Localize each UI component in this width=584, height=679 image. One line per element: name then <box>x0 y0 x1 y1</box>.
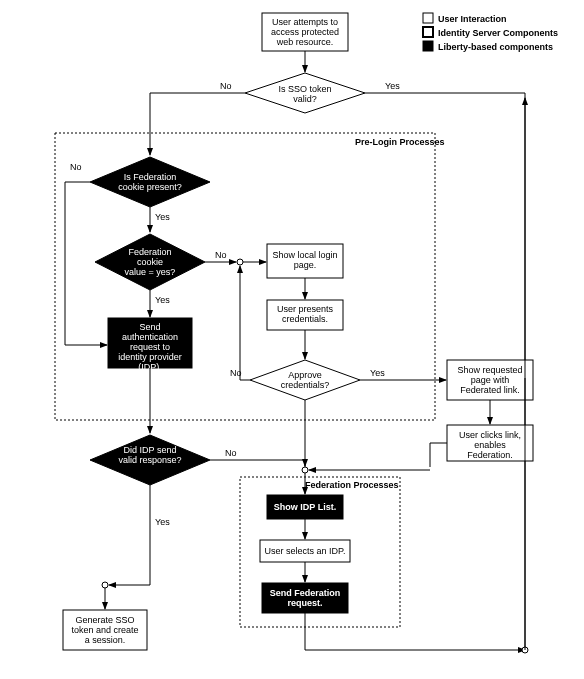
svg-text:Show IDP List.: Show IDP List. <box>274 502 336 512</box>
node-approve: Approve credentials? <box>250 360 360 400</box>
svg-text:User clicks link,: User clicks link, <box>459 430 521 440</box>
svg-text:No: No <box>225 448 237 458</box>
svg-text:Show requested: Show requested <box>457 365 522 375</box>
legend-identity: Identity Server Components <box>438 28 558 38</box>
node-user-clicks: User clicks link, enables Federation. <box>447 425 533 461</box>
flowchart: User Interaction Identity Server Compone… <box>10 10 574 669</box>
node-sso-valid: Is SSO token valid? <box>245 73 365 113</box>
svg-text:credentials.: credentials. <box>282 314 328 324</box>
svg-text:valid?: valid? <box>293 94 317 104</box>
svg-text:User presents: User presents <box>277 304 334 314</box>
node-user-selects: User selects an IDP. <box>260 540 350 562</box>
svg-text:token and create: token and create <box>71 625 138 635</box>
node-fed-cookie-present: Is Federation cookie present? <box>90 157 210 207</box>
svg-text:web resource.: web resource. <box>276 37 334 47</box>
svg-text:cookie present?: cookie present? <box>118 182 182 192</box>
legend-user: User Interaction <box>438 14 507 24</box>
svg-text:Federation.: Federation. <box>467 450 513 460</box>
svg-point-63 <box>302 467 308 473</box>
svg-text:authentication: authentication <box>122 332 178 342</box>
node-send-auth: Send authentication request to identity … <box>108 318 192 372</box>
svg-text:access protected: access protected <box>271 27 339 37</box>
svg-text:page.: page. <box>294 260 317 270</box>
node-did-idp: Did IDP send valid response? <box>90 435 210 485</box>
svg-text:cookie: cookie <box>137 257 163 267</box>
svg-text:Yes: Yes <box>155 517 170 527</box>
svg-text:identity provider: identity provider <box>118 352 182 362</box>
svg-point-26 <box>237 259 243 265</box>
svg-rect-2 <box>423 41 433 51</box>
svg-text:a session.: a session. <box>85 635 126 645</box>
label-no: No <box>220 81 232 91</box>
svg-text:valid response?: valid response? <box>118 455 181 465</box>
svg-text:Send Federation: Send Federation <box>270 588 341 598</box>
svg-text:page with: page with <box>471 375 510 385</box>
svg-text:credentials?: credentials? <box>281 380 330 390</box>
svg-text:User selects an IDP.: User selects an IDP. <box>265 546 346 556</box>
svg-text:Generate SSO: Generate SSO <box>75 615 134 625</box>
node-fed-cookie-yes: Federation cookie value = yes? <box>95 234 205 290</box>
legend-liberty: Liberty-based components <box>438 42 553 52</box>
svg-rect-0 <box>423 13 433 23</box>
svg-text:enables: enables <box>474 440 506 450</box>
svg-text:Is Federation: Is Federation <box>124 172 177 182</box>
svg-text:request to: request to <box>130 342 170 352</box>
svg-text:Is SSO token: Is SSO token <box>278 84 331 94</box>
svg-text:request.: request. <box>287 598 322 608</box>
legend: User Interaction Identity Server Compone… <box>423 13 558 52</box>
node-send-fed-req: Send Federation request. <box>262 583 348 613</box>
group-federation-label: Federation Processes <box>305 480 399 490</box>
node-start: User attempts to access protected web re… <box>262 13 348 51</box>
svg-rect-1 <box>423 27 433 37</box>
svg-point-77 <box>102 582 108 588</box>
svg-text:Federated link.: Federated link. <box>460 385 520 395</box>
node-show-idp-list: Show IDP List. <box>267 495 343 519</box>
node-generate-sso: Generate SSO token and create a session. <box>63 610 147 650</box>
svg-text:Yes: Yes <box>155 212 170 222</box>
svg-text:Did IDP send: Did IDP send <box>124 445 177 455</box>
label-yes: Yes <box>385 81 400 91</box>
node-user-presents: User presents credentials. <box>267 300 343 330</box>
svg-text:Yes: Yes <box>370 368 385 378</box>
group-prelogin-label: Pre-Login Processes <box>355 137 445 147</box>
node-show-login: Show local login page. <box>267 244 343 278</box>
svg-text:Approve: Approve <box>288 370 322 380</box>
svg-text:Show local login: Show local login <box>272 250 337 260</box>
svg-text:Send: Send <box>139 322 160 332</box>
svg-text:User attempts to: User attempts to <box>272 17 338 27</box>
svg-text:value = yes?: value = yes? <box>125 267 176 277</box>
svg-text:No: No <box>215 250 227 260</box>
svg-text:Federation: Federation <box>128 247 171 257</box>
node-show-requested: Show requested page with Federated link. <box>447 360 533 400</box>
svg-text:Yes: Yes <box>155 295 170 305</box>
svg-text:No: No <box>70 162 82 172</box>
